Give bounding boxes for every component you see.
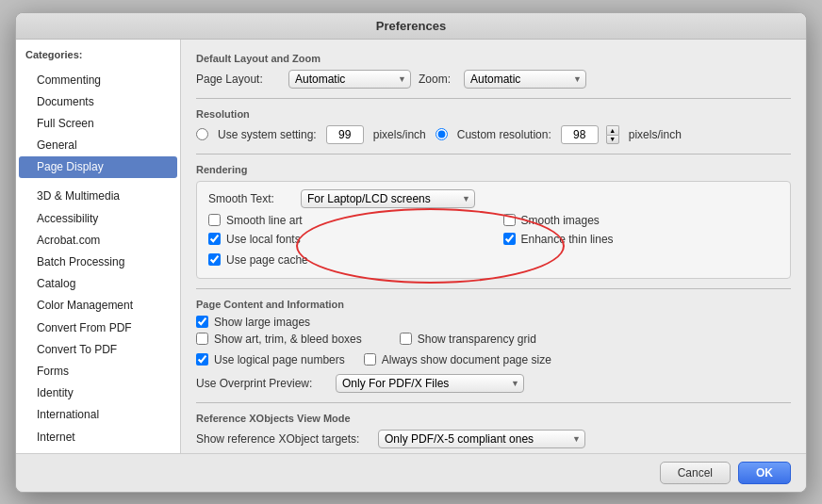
use-system-label: Use system setting: xyxy=(218,128,317,141)
sidebar-item-catalog[interactable]: Catalog xyxy=(16,273,180,295)
sidebar-item-convert-from-pdf[interactable]: Convert From PDF xyxy=(16,317,180,339)
sidebar-item-international[interactable]: International xyxy=(16,404,180,426)
page-content-row2: Show art, trim, & bleed boxes Show trans… xyxy=(196,333,791,350)
use-local-fonts-label: Use local fonts xyxy=(226,233,301,246)
resolution-row: Use system setting: pixels/inch Custom r… xyxy=(196,125,791,144)
enhance-thin-lines-row: Enhance thin lines xyxy=(503,233,780,246)
enhance-thin-lines-label: Enhance thin lines xyxy=(521,233,614,246)
use-page-cache-row: Use page cache xyxy=(208,253,779,267)
smooth-line-art-row: Smooth line art xyxy=(208,214,485,227)
show-transparency-row: Show transparency grid xyxy=(400,333,536,346)
sidebar-item-batch-processing[interactable]: Batch Processing xyxy=(16,252,180,273)
use-logical-page-checkbox[interactable] xyxy=(196,353,208,366)
smooth-text-select-wrapper: For Laptop/LCD screens None For Monitor … xyxy=(301,189,475,208)
zoom-select[interactable]: Automatic Fit Page Actual Size 50% 75% 1… xyxy=(464,70,586,89)
dialog-footer: Cancel OK xyxy=(16,453,806,492)
default-layout-title: Default Layout and Zoom xyxy=(196,53,791,64)
smooth-text-label: Smooth Text: xyxy=(208,192,293,205)
enhance-thin-lines-checkbox[interactable] xyxy=(503,233,516,245)
resolution-title: Resolution xyxy=(196,108,791,120)
page-layout-label: Page Layout: xyxy=(196,73,281,86)
divider-2 xyxy=(196,154,791,154)
custom-pixels-label: pixels/inch xyxy=(629,128,682,141)
resolution-spinner-up[interactable]: ▲ xyxy=(606,125,619,135)
use-page-cache-checkbox[interactable] xyxy=(208,253,221,266)
smooth-line-art-checkbox[interactable] xyxy=(208,214,221,226)
show-transparency-label: Show transparency grid xyxy=(418,333,536,346)
sidebar-spacer2 xyxy=(16,178,180,186)
use-logical-page-row: Use logical page numbers xyxy=(196,353,345,366)
page-content-title: Page Content and Information xyxy=(196,299,791,310)
show-large-images-checkbox[interactable] xyxy=(196,316,208,328)
page-layout-select[interactable]: Automatic Single Page Two-Up Continuous xyxy=(288,70,411,89)
show-large-images-label: Show large images xyxy=(214,316,310,329)
main-panel: Default Layout and Zoom Page Layout: Aut… xyxy=(181,40,806,453)
system-resolution-input[interactable] xyxy=(326,125,364,144)
sidebar-item-accessibility[interactable]: Accessibility xyxy=(16,208,180,230)
sidebar-item-forms[interactable]: Forms xyxy=(16,361,180,382)
smooth-images-checkbox[interactable] xyxy=(503,214,516,226)
page-content-row3: Use logical page numbers Always show doc… xyxy=(196,353,791,370)
use-local-fonts-checkbox[interactable] xyxy=(208,233,221,245)
use-logical-page-label: Use logical page numbers xyxy=(214,353,345,366)
title-bar: Preferences xyxy=(16,13,806,40)
system-pixels-label: pixels/inch xyxy=(373,128,426,141)
sidebar-item-full-screen[interactable]: Full Screen xyxy=(16,113,180,135)
use-page-cache-label: Use page cache xyxy=(226,253,308,267)
overprint-select[interactable]: Only For PDF/X Files Always Never xyxy=(336,374,524,393)
divider-3 xyxy=(196,288,791,289)
custom-resolution-input[interactable] xyxy=(561,125,599,144)
rendering-checkboxes: Smooth line art Smooth images Use local … xyxy=(208,214,779,250)
sidebar-item-3d-multimedia[interactable]: 3D & Multimedia xyxy=(16,186,180,207)
sidebar-item-convert-to-pdf[interactable]: Convert To PDF xyxy=(16,339,180,361)
preferences-dialog: Preferences Categories: Commenting Docum… xyxy=(15,12,807,493)
sidebar-item-documents[interactable]: Documents xyxy=(16,91,180,113)
use-local-fonts-row: Use local fonts xyxy=(208,233,485,246)
always-show-doc-size-row: Always show document page size xyxy=(364,353,551,366)
sidebar-item-javascript[interactable]: JavaScript xyxy=(16,448,180,453)
custom-resolution-label: Custom resolution: xyxy=(457,128,551,141)
show-targets-row: Show reference XObject targets: Only PDF… xyxy=(196,430,791,448)
xobject-select[interactable]: Only PDF/X-5 compliant ones Always Never xyxy=(378,430,585,448)
divider-4 xyxy=(196,402,791,403)
use-system-radio[interactable] xyxy=(196,128,208,140)
divider-1 xyxy=(196,98,791,99)
show-art-trim-label: Show art, trim, & bleed boxes xyxy=(214,333,362,346)
sidebar-item-commenting[interactable]: Commenting xyxy=(16,70,180,91)
ok-button[interactable]: OK xyxy=(738,462,791,484)
overprint-row: Use Overprint Preview: Only For PDF/X Fi… xyxy=(196,374,791,393)
smooth-images-row: Smooth images xyxy=(503,214,780,227)
sidebar-item-acrobat-com[interactable]: Acrobat.com xyxy=(16,230,180,252)
cancel-button[interactable]: Cancel xyxy=(660,462,731,484)
overprint-select-wrapper: Only For PDF/X Files Always Never xyxy=(336,374,524,393)
dialog-title: Preferences xyxy=(376,19,446,33)
categories-sidebar: Categories: Commenting Documents Full Sc… xyxy=(16,40,181,453)
show-large-images-row: Show large images xyxy=(196,316,791,329)
sidebar-item-color-management[interactable]: Color Management xyxy=(16,295,180,317)
smooth-text-select[interactable]: For Laptop/LCD screens None For Monitor … xyxy=(301,189,475,208)
custom-resolution-radio[interactable] xyxy=(436,128,448,140)
zoom-label: Zoom: xyxy=(419,73,456,86)
custom-resolution-spinner: ▲ ▼ xyxy=(606,125,619,144)
sidebar-item-identity[interactable]: Identity xyxy=(16,382,180,404)
show-art-trim-row: Show art, trim, & bleed boxes xyxy=(196,333,362,346)
page-layout-row: Page Layout: Automatic Single Page Two-U… xyxy=(196,70,791,89)
smooth-line-art-label: Smooth line art xyxy=(226,214,303,227)
resolution-spinner-down[interactable]: ▼ xyxy=(606,135,619,144)
always-show-doc-size-label: Always show document page size xyxy=(382,353,551,366)
sidebar-item-internet[interactable]: Internet xyxy=(16,427,180,448)
rendering-title: Rendering xyxy=(196,164,791,175)
dialog-content: Categories: Commenting Documents Full Sc… xyxy=(16,40,806,453)
show-transparency-checkbox[interactable] xyxy=(400,333,412,345)
always-show-doc-size-checkbox[interactable] xyxy=(364,353,376,366)
sidebar-item-page-display[interactable]: Page Display xyxy=(19,156,177,178)
show-art-trim-checkbox[interactable] xyxy=(196,333,208,345)
sidebar-item-general[interactable]: General xyxy=(16,135,180,156)
categories-label: Categories: xyxy=(16,45,180,62)
smooth-images-label: Smooth images xyxy=(521,214,600,227)
show-targets-label: Show reference XObject targets: xyxy=(196,432,370,446)
rendering-section: Smooth Text: For Laptop/LCD screens None… xyxy=(196,181,791,279)
sidebar-spacer xyxy=(16,62,180,70)
page-layout-select-wrapper: Automatic Single Page Two-Up Continuous xyxy=(288,70,411,89)
xobject-select-wrapper: Only PDF/X-5 compliant ones Always Never xyxy=(378,430,585,448)
